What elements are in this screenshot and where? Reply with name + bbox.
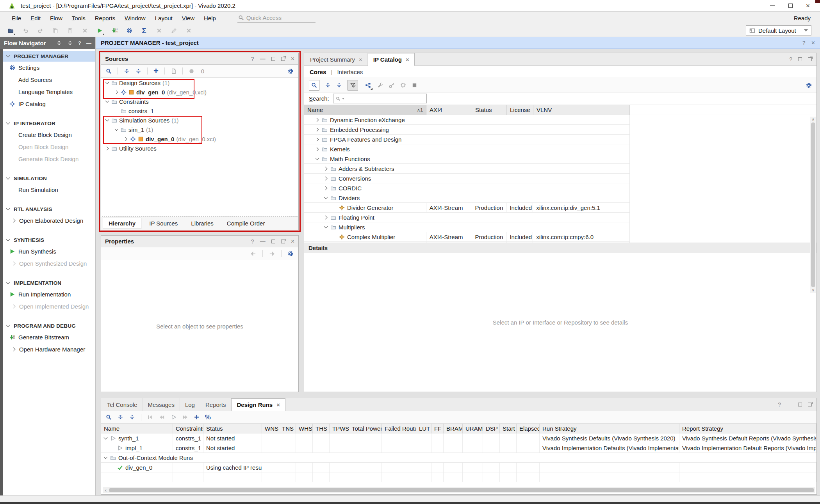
column-header-vlnv[interactable]: VLNV — [533, 105, 630, 115]
chevron-down-icon[interactable] — [103, 436, 108, 440]
close-icon[interactable]: × — [811, 39, 815, 46]
column-header-bram[interactable]: BRAM — [444, 424, 463, 433]
chevron-down-icon[interactable] — [324, 196, 328, 200]
column-header-tpws[interactable]: TPWS — [330, 424, 349, 433]
scroll-up-icon[interactable]: ∧ — [812, 117, 815, 122]
column-header-start[interactable]: Start — [500, 424, 517, 433]
sidebar-section-rtl-analysis[interactable]: RTL ANALYSIS — [3, 204, 95, 215]
sidebar-item-add-sources[interactable]: Add Sources — [3, 74, 95, 86]
table-row[interactable]: Conversions — [304, 174, 630, 183]
table-row[interactable]: Out-of-Context Module Runs — [101, 453, 816, 463]
tree-item-design-sources[interactable]: Design Sources (1) — [101, 78, 298, 87]
column-header-constraints[interactable]: Constraints — [173, 424, 203, 433]
chevron-down-icon[interactable] — [324, 225, 328, 229]
tab-design-runs[interactable]: Design Runs× — [231, 398, 285, 411]
chevron-down-icon[interactable] — [6, 207, 10, 211]
expand-all-icon[interactable] — [336, 82, 342, 88]
close-tab-icon[interactable]: × — [276, 401, 280, 408]
maximize-panel-icon[interactable] — [271, 240, 275, 243]
table-row[interactable]: impl_1constrs_1Not startedVivado Impleme… — [101, 443, 816, 453]
float-panel-icon[interactable] — [281, 57, 285, 61]
menu-layout[interactable]: Layout — [150, 13, 177, 23]
minimize-panel-icon[interactable]: — — [787, 401, 792, 408]
help-icon[interactable]: ? — [789, 56, 792, 62]
chevron-down-icon[interactable] — [6, 238, 10, 242]
chevron-right-icon[interactable] — [12, 261, 16, 266]
menu-tools[interactable]: Tools — [67, 13, 90, 23]
table-row[interactable]: FPGA Features and Design — [304, 135, 630, 144]
search-icon[interactable] — [106, 68, 112, 74]
tree-item-sim-1[interactable]: sim_1 (1) — [101, 125, 298, 134]
float-panel-icon[interactable] — [808, 403, 812, 406]
filter-button[interactable] — [348, 80, 358, 91]
table-row[interactable]: Embedded Processing — [304, 125, 630, 135]
chevron-down-icon[interactable] — [114, 128, 119, 132]
sidebar-section-program-and-debug[interactable]: PROGRAM AND DEBUG — [3, 320, 95, 331]
menu-flow[interactable]: Flow — [45, 13, 67, 23]
chevron-down-icon[interactable] — [6, 54, 10, 59]
maximize-button[interactable] — [788, 4, 793, 8]
tab-ip-catalog[interactable]: IP Catalog× — [368, 53, 415, 66]
tab-reports[interactable]: Reports — [200, 398, 232, 411]
table-row[interactable]: Multipliers — [304, 222, 630, 232]
open-button[interactable] — [6, 26, 15, 35]
column-header-run-strategy[interactable]: Run Strategy — [540, 424, 679, 433]
close-button[interactable]: × — [806, 2, 810, 9]
tab-project-summary[interactable]: Project Summary× — [305, 53, 368, 66]
expand-all-icon[interactable] — [135, 68, 141, 74]
tab-cores[interactable]: Cores — [310, 69, 326, 75]
tab-ip-sources[interactable]: IP Sources — [144, 218, 183, 229]
help-icon[interactable]: ? — [802, 40, 806, 46]
close-tab-icon[interactable]: × — [406, 56, 409, 63]
search-button[interactable] — [309, 80, 319, 91]
column-header-name[interactable]: Name — [101, 424, 173, 433]
gear-icon[interactable] — [806, 82, 812, 88]
tree-item-div-gen-0[interactable]: div_gen_0 (div_gen_0.xci) — [101, 134, 298, 144]
sidebar-item-open-elaborated-design[interactable]: Open Elaborated Design — [3, 215, 95, 227]
tree-item-div-gen-0[interactable]: div_gen_0 (div_gen_0.xci) — [101, 87, 298, 97]
maximize-panel-icon[interactable] — [798, 403, 802, 406]
tree-item-simulation-sources[interactable]: Simulation Sources (1) — [101, 115, 298, 125]
menu-edit[interactable]: Edit — [26, 13, 45, 23]
chevron-right-icon[interactable] — [12, 218, 16, 223]
chevron-right-icon[interactable] — [114, 90, 119, 94]
sidebar-item-open-hardware-manager[interactable]: Open Hardware Manager — [3, 343, 95, 355]
generate-bitstream-button[interactable]: 0110 — [110, 26, 119, 35]
create-run-button[interactable]: + — [194, 413, 199, 422]
minimize-panel-icon[interactable]: — — [86, 40, 91, 46]
column-header-wns[interactable]: WNS — [262, 424, 279, 433]
column-header-axi4[interactable]: AXI4 — [426, 105, 472, 115]
column-header-status[interactable]: Status — [203, 424, 262, 433]
chevron-right-icon[interactable] — [315, 147, 319, 151]
chevron-down-icon[interactable] — [6, 176, 10, 181]
tree-item-constrs-1[interactable]: constrs_1 — [101, 106, 298, 115]
table-row[interactable]: CORDIC — [304, 183, 630, 193]
column-header-failed-routes[interactable]: Failed Routes — [382, 424, 416, 433]
float-panel-icon[interactable] — [808, 57, 812, 61]
menu-reports[interactable]: Reports — [90, 13, 120, 23]
collapse-all-icon[interactable] — [124, 68, 130, 74]
table-row[interactable]: Kernels — [304, 144, 630, 154]
chevron-right-icon[interactable] — [12, 304, 16, 309]
table-row[interactable]: synth_1constrs_1Not startedVivado Synthe… — [101, 433, 816, 443]
chevron-right-icon[interactable] — [105, 146, 109, 151]
gear-icon[interactable] — [288, 251, 294, 257]
table-row[interactable]: Adders & Subtracters — [304, 164, 630, 174]
tab-messages[interactable]: Messages — [143, 398, 180, 411]
chevron-down-icon[interactable] — [105, 99, 109, 104]
chevron-right-icon[interactable] — [324, 176, 328, 181]
column-header-lut[interactable]: LUT — [416, 424, 431, 433]
collapse-all-icon[interactable] — [56, 40, 62, 46]
sidebar-section-simulation[interactable]: SIMULATION — [3, 173, 95, 184]
run-button[interactable] — [95, 26, 104, 35]
table-row[interactable]: Dynamic Function eXchange — [304, 115, 630, 125]
tree-item-utility-sources[interactable]: Utility Sources — [101, 144, 298, 153]
chevron-down-icon[interactable] — [105, 118, 109, 122]
minimize-button[interactable] — [770, 5, 775, 6]
scroll-down-icon[interactable]: ∨ — [812, 287, 815, 293]
column-header-tns[interactable]: TNS — [279, 424, 296, 433]
settings-button[interactable] — [125, 26, 134, 35]
vertical-scrollbar[interactable]: ∧ ∨ — [810, 117, 816, 293]
chevron-right-icon[interactable] — [324, 186, 328, 190]
horizontal-scrollbar[interactable]: ‹ — [103, 487, 815, 493]
